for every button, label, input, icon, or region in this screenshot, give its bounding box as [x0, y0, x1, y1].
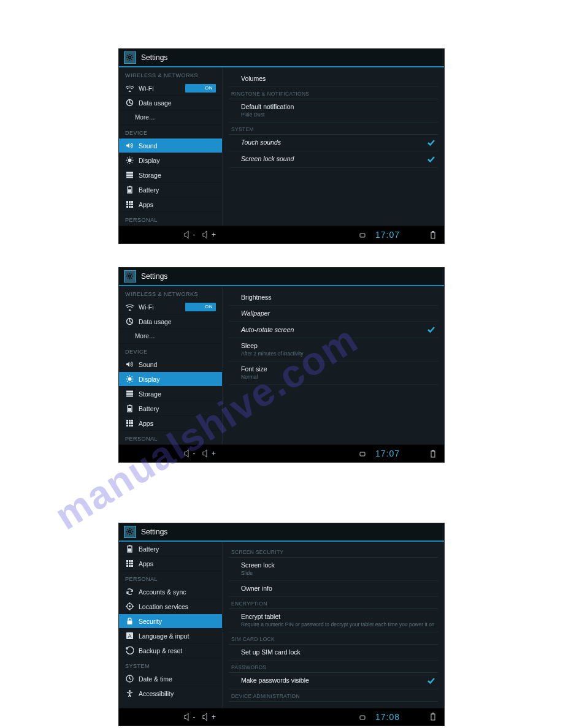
setting-title: Brightness: [241, 294, 435, 301]
sidebar-item-battery[interactable]: Battery: [119, 182, 222, 197]
apps-icon: [125, 419, 134, 428]
usb-status-icon: [336, 711, 350, 722]
home-button[interactable]: [144, 711, 157, 722]
sidebar-item-backup-reset[interactable]: Backup & reset: [119, 643, 222, 658]
setting-title: Auto-rotate screen: [241, 326, 421, 334]
content-section-header: ENCRYPTION: [229, 597, 438, 609]
debug-status-icon: [356, 448, 369, 459]
sidebar-item-label: Storage: [139, 172, 216, 179]
setting-row[interactable]: Font size Normal: [229, 362, 438, 385]
setting-row[interactable]: Sleep After 2 minutes of inactivity: [229, 338, 438, 362]
settings-app-icon[interactable]: [124, 526, 136, 538]
sidebar-item-data-usage[interactable]: Data usage: [119, 314, 222, 328]
settings-sidebar: WIRELESS & NETWORKS Wi-Fi ON Data usage …: [119, 67, 223, 226]
usb-status-icon: [336, 229, 350, 240]
sidebar-section-header: DEVICE: [119, 124, 222, 138]
setting-row[interactable]: Auto-rotate screen: [229, 322, 438, 338]
sidebar-item-storage[interactable]: Storage: [119, 386, 222, 401]
setting-row[interactable]: Set up SIM card lock: [229, 645, 438, 661]
sidebar-item-wi-fi[interactable]: Wi-Fi ON: [119, 300, 222, 314]
volume-up-button[interactable]: +: [202, 229, 216, 240]
sidebar-item-date-time[interactable]: Date & time: [119, 672, 222, 686]
wifi-status-icon: [406, 711, 419, 722]
app-title: Settings: [141, 272, 167, 281]
checkbox-checked-icon[interactable]: [427, 677, 435, 685]
wifi-toggle[interactable]: ON: [185, 84, 216, 93]
system-navbar: - + 17:08: [119, 708, 444, 726]
sidebar-item-sound[interactable]: Sound: [119, 138, 222, 153]
sidebar-item-language-input[interactable]: Language & input: [119, 628, 222, 643]
setting-row[interactable]: Brightness: [229, 290, 438, 306]
setting-row[interactable]: Wallpaper: [229, 306, 438, 322]
sidebar-item-sound[interactable]: Sound: [119, 357, 222, 371]
sidebar-item-wi-fi[interactable]: Wi-Fi ON: [119, 81, 222, 95]
volume-down-button[interactable]: -: [183, 229, 196, 240]
content-section-header: SIM CARD LOCK: [229, 632, 438, 645]
setting-row[interactable]: Encrypt tablet Require a numeric PIN or …: [229, 609, 438, 632]
sidebar-item-label: Date & time: [139, 675, 216, 683]
sidebar-section-header: PERSONAL: [119, 211, 222, 226]
volume-up-button[interactable]: +: [202, 448, 216, 459]
content-section-header: PASSWORDS: [229, 661, 438, 673]
sidebar-item-label: Data usage: [139, 99, 216, 107]
sidebar-section-header: SYSTEM: [119, 658, 222, 672]
setting-row[interactable]: Volumes: [229, 71, 438, 87]
recent-apps-button[interactable]: [163, 448, 177, 459]
wifi-toggle[interactable]: ON: [185, 303, 216, 311]
setting-row[interactable]: Screen lock sound: [229, 151, 438, 168]
sidebar-section-header: DEVICE: [119, 343, 222, 357]
setting-row[interactable]: Default notification Pixie Dust: [229, 99, 438, 123]
settings-app-icon[interactable]: [124, 270, 136, 282]
sidebar-item-security[interactable]: Security: [119, 613, 222, 628]
setting-title: Wallpaper: [241, 309, 435, 317]
sidebar-item-accessibility[interactable]: Accessibility: [119, 686, 222, 700]
apps-icon: [125, 200, 134, 209]
volume-down-button[interactable]: -: [183, 448, 196, 459]
sidebar-item-display[interactable]: Display: [119, 153, 222, 167]
back-button[interactable]: [124, 229, 137, 240]
system-navbar: - + 17:07: [119, 444, 444, 462]
setting-title: Touch sounds: [241, 138, 421, 146]
sidebar-item-battery[interactable]: Battery: [119, 542, 222, 556]
setting-row[interactable]: Owner info: [229, 581, 438, 597]
home-button[interactable]: [144, 229, 157, 240]
checkbox-checked-icon[interactable]: [427, 138, 435, 147]
sidebar-item-apps[interactable]: Apps: [119, 197, 222, 211]
volume-up-button[interactable]: +: [202, 711, 216, 722]
sidebar-item-battery[interactable]: Battery: [119, 401, 222, 415]
sidebar-item-accounts-sync[interactable]: Accounts & sync: [119, 585, 222, 599]
setting-row[interactable]: Touch sounds: [229, 135, 438, 151]
sidebar-item-location-services[interactable]: Location services: [119, 599, 222, 613]
sync-icon: [125, 588, 134, 596]
sidebar-item-storage[interactable]: Storage: [119, 167, 222, 182]
home-button[interactable]: [144, 448, 157, 459]
setting-title: Owner info: [241, 585, 435, 593]
back-button[interactable]: [124, 448, 137, 459]
setting-title: Volumes: [241, 75, 435, 83]
sidebar-item-label: Apps: [139, 420, 216, 427]
volume-down-button[interactable]: -: [183, 711, 196, 722]
sidebar-item-label: Language & input: [139, 632, 216, 640]
setting-row[interactable]: Screen lock Slide: [229, 558, 438, 581]
recent-apps-button[interactable]: [163, 229, 177, 240]
sidebar-item-data-usage[interactable]: Data usage: [119, 95, 222, 110]
sidebar-item-apps[interactable]: Apps: [119, 556, 222, 571]
checkbox-checked-icon[interactable]: [427, 155, 435, 164]
back-button[interactable]: [124, 711, 137, 722]
sidebar-item-label: Apps: [139, 560, 216, 567]
content-section-header: SCREEN SECURITY: [229, 545, 438, 558]
sidebar-item-display[interactable]: Display: [119, 371, 222, 386]
clock-icon: [125, 675, 134, 683]
status-clock: 17:08: [375, 712, 400, 722]
sidebar-item-more-[interactable]: More…: [119, 110, 222, 124]
sidebar-item-more-[interactable]: More…: [119, 328, 222, 343]
settings-content: Volumes RINGTONE & NOTIFICATIONS Default…: [223, 67, 444, 226]
speaker-icon: [125, 360, 134, 369]
checkbox-checked-icon[interactable]: [427, 325, 435, 334]
setting-row[interactable]: Make passwords visible: [229, 673, 438, 689]
settings-app-icon[interactable]: [124, 51, 136, 64]
settings-content: Brightness Wallpaper Auto-rotate screen …: [223, 286, 444, 444]
location-icon: [125, 602, 134, 611]
recent-apps-button[interactable]: [163, 711, 177, 722]
sidebar-item-apps[interactable]: Apps: [119, 415, 222, 430]
